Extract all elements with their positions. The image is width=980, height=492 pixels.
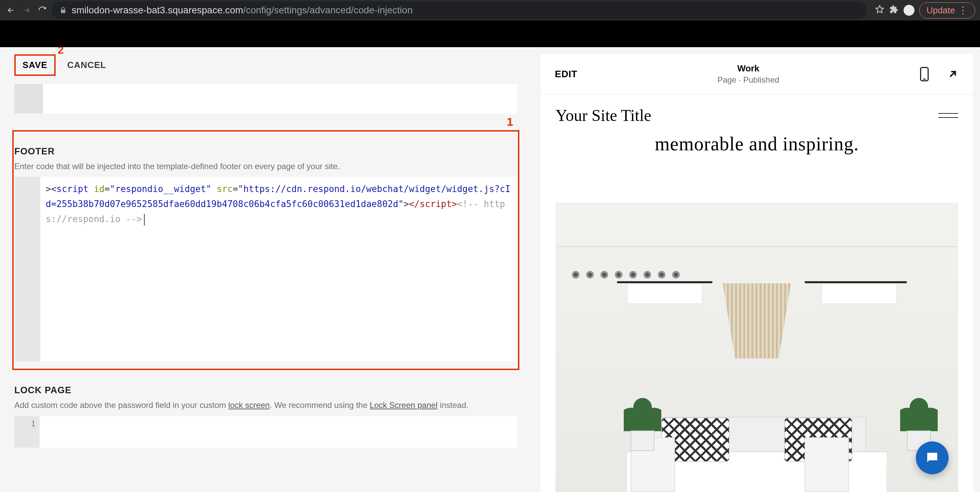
lock-section-desc: Add custom code above the password field… xyxy=(14,401,517,410)
preview-edit-button[interactable]: EDIT xyxy=(555,69,578,80)
editor-fragment xyxy=(43,84,517,113)
line-number: 1 xyxy=(31,420,35,444)
code-text: < xyxy=(51,184,57,194)
lock-section-title: LOCK PAGE xyxy=(14,385,517,396)
settings-panel: SAVE 2 CANCEL FOOTER Enter code that wil… xyxy=(0,47,531,492)
panel-toolbar: SAVE 2 CANCEL xyxy=(0,47,531,83)
code-text: = xyxy=(104,184,110,194)
code-text: = xyxy=(233,184,238,194)
code-text: " xyxy=(206,184,212,194)
code-tag: script xyxy=(56,184,88,194)
code-attr: src xyxy=(217,184,233,194)
code-text xyxy=(211,184,217,194)
chat-icon xyxy=(925,450,940,465)
footer-code-editor[interactable]: ><script id="respondio__widget" src="htt… xyxy=(15,177,517,361)
lock-desc-text: . We recommend using the xyxy=(270,401,369,410)
browser-update-button[interactable]: Update⋮ xyxy=(919,2,975,18)
browser-chrome: smilodon-wrasse-bat3.squarespace.com/con… xyxy=(0,0,980,21)
editor-gutter xyxy=(15,177,40,361)
annotation-2: 2 xyxy=(58,47,64,56)
nav-reload-button[interactable] xyxy=(36,4,48,16)
preview-toolbar: EDIT Work Page · Published xyxy=(541,54,973,94)
code-attr: id xyxy=(94,184,104,194)
bookmark-star-icon[interactable] xyxy=(875,5,885,16)
annotation-box-footer: 1 ><script id="respondio__widget" src="h… xyxy=(12,130,519,370)
profile-avatar[interactable] xyxy=(904,5,915,16)
site-preview-panel: EDIT Work Page · Published Your Site Tit… xyxy=(531,47,980,492)
site-preview-frame: Your Site Title memorable and inspiring. xyxy=(541,94,973,492)
code-str: respondio__widget xyxy=(115,184,206,194)
app-top-strip xyxy=(0,21,980,47)
text-caret xyxy=(144,214,145,225)
save-button[interactable]: SAVE xyxy=(22,60,48,70)
mobile-preview-icon[interactable] xyxy=(919,67,929,81)
lock-screen-panel-link[interactable]: Lock Screen panel xyxy=(369,401,438,410)
editor-content[interactable]: ><script id="respondio__widget" src="htt… xyxy=(40,177,517,361)
code-text: > xyxy=(46,184,51,194)
code-text: " xyxy=(110,184,115,194)
svg-rect-2 xyxy=(929,455,931,457)
svg-rect-3 xyxy=(932,455,933,457)
lock-screen-link[interactable]: lock screen xyxy=(228,401,270,410)
code-text: > xyxy=(452,199,457,209)
update-label: Update xyxy=(926,5,955,16)
code-text: " xyxy=(398,199,404,209)
cancel-button[interactable]: CANCEL xyxy=(67,60,106,70)
hamburger-icon[interactable] xyxy=(939,113,958,118)
code-text: </ xyxy=(409,199,419,209)
preview-hero-image xyxy=(555,203,958,492)
editor-gutter: 1 xyxy=(14,416,40,447)
editor-gutter-fragment xyxy=(14,84,43,113)
editor-content[interactable] xyxy=(40,416,517,447)
url-host: smilodon-wrasse-bat3.squarespace.com xyxy=(72,5,243,15)
annotation-box-save: SAVE 2 xyxy=(14,54,56,76)
preview-page-title: Work xyxy=(717,63,779,74)
nav-forward-button[interactable] xyxy=(21,4,33,16)
address-bar[interactable]: smilodon-wrasse-bat3.squarespace.com/con… xyxy=(52,2,867,19)
site-title[interactable]: Your Site Title xyxy=(555,106,651,125)
lock-desc-text: Add custom code above the password field… xyxy=(14,401,228,410)
chat-widget-button[interactable] xyxy=(916,441,948,474)
lock-code-editor[interactable]: 1 xyxy=(14,416,517,447)
code-tag: script xyxy=(420,199,452,209)
code-text xyxy=(88,184,94,194)
annotation-1: 1 xyxy=(507,115,513,128)
url-path: /config/settings/advanced/code-injection xyxy=(243,5,413,15)
open-external-icon[interactable] xyxy=(947,68,959,80)
code-text: " xyxy=(238,184,243,194)
nav-back-button[interactable] xyxy=(5,4,17,16)
site-tagline: memorable and inspiring. xyxy=(555,133,958,155)
lock-desc-text: instead. xyxy=(438,401,468,410)
code-text: > xyxy=(404,199,409,209)
svg-rect-4 xyxy=(934,455,935,457)
preview-page-status: Page · Published xyxy=(717,75,779,85)
lock-icon xyxy=(59,6,67,14)
extensions-icon[interactable] xyxy=(889,5,899,16)
